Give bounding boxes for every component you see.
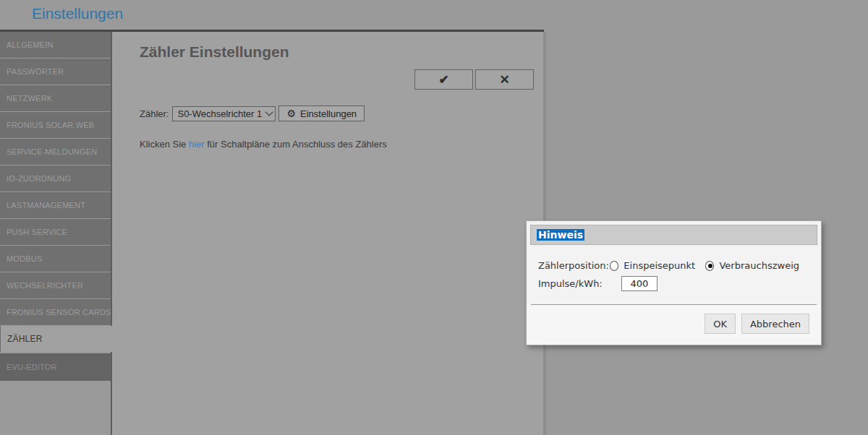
dialog-body: Zählerposition: Einspeisepunkt Verbrauch…: [527, 249, 821, 303]
meter-position-label: Zählerposition:: [538, 260, 610, 271]
sidebar-item-lastmanagement[interactable]: LASTMANAGEMENT: [0, 192, 111, 218]
page-title: Einstellungen: [32, 5, 123, 22]
sidebar-item-evu-editor[interactable]: EVU-EDITOR: [0, 353, 111, 381]
cancel-button[interactable]: ✕: [475, 69, 534, 90]
close-icon: ✕: [499, 72, 509, 87]
radio-verbrauchszweig-label: Verbrauchszweig: [719, 260, 799, 271]
action-buttons: ✔ ✕: [414, 69, 534, 90]
impulse-input[interactable]: [621, 276, 658, 291]
meter-select[interactable]: S0-Wechselrichter 1: [172, 106, 276, 121]
ok-button[interactable]: OK: [705, 314, 736, 334]
sidebar-item-io-zuordnung[interactable]: IO-ZUORDNUNG: [0, 165, 111, 191]
sidebar-item-zaehler[interactable]: ZÄHLER: [0, 326, 113, 352]
meter-label: Zähler:: [140, 108, 169, 119]
confirm-button[interactable]: ✔: [414, 69, 473, 90]
hinweis-dialog: Hinweis Zählerposition: Einspeisepunkt V…: [526, 220, 822, 345]
meter-select-row: Zähler: S0-Wechselrichter 1 ⚙ Einstellun…: [140, 105, 365, 121]
meter-settings-button[interactable]: ⚙ Einstellungen: [278, 105, 365, 121]
abbrechen-button[interactable]: Abbrechen: [741, 314, 809, 334]
hint-text-after: für Schaltpläne zum Anschluss des Zähler…: [205, 139, 387, 150]
radio-einspeisepunkt[interactable]: [610, 261, 618, 271]
sidebar-item-netzwerk[interactable]: NETZWERK: [0, 85, 111, 111]
checkmark-icon: ✔: [438, 72, 448, 87]
chevron-down-icon: [265, 108, 273, 116]
radio-verbrauchszweig[interactable]: [705, 261, 714, 271]
section-title: Zähler Einstellungen: [140, 43, 289, 61]
sidebar-item-passwoerter[interactable]: PASSWÖRTER: [0, 59, 111, 85]
sidebar-item-allgemein[interactable]: ALLGEMEIN: [0, 32, 111, 58]
gear-icon: ⚙: [286, 108, 296, 119]
radio-einspeisepunkt-label: Einspeisepunkt: [624, 260, 695, 271]
dialog-footer: OK Abbrechen: [527, 305, 821, 345]
impulse-row: Impulse/kWh:: [538, 276, 809, 291]
meter-position-row: Zählerposition: Einspeisepunkt Verbrauch…: [538, 260, 809, 271]
dialog-header[interactable]: Hinweis: [530, 225, 817, 245]
sidebar-item-modbus[interactable]: MODBUS: [0, 246, 111, 272]
meter-select-value: S0-Wechselrichter 1: [177, 108, 262, 119]
meter-settings-label: Einstellungen: [300, 108, 357, 119]
wiring-hint-text: Klicken Sie hier für Schaltpläne zum Ans…: [140, 139, 387, 150]
sidebar: ALLGEMEIN PASSWÖRTER NETZWERK FRONIUS SO…: [0, 32, 111, 382]
sidebar-item-push-service[interactable]: PUSH SERVICE: [0, 219, 111, 245]
sidebar-item-fronius-solar-web[interactable]: FRONIUS SOLAR.WEB: [0, 112, 111, 138]
hint-text-before: Klicken Sie: [140, 139, 189, 150]
content-panel: Zähler Einstellungen ✔ ✕ Zähler: S0-Wech…: [111, 32, 544, 435]
wiring-diagrams-link[interactable]: hier: [189, 139, 205, 150]
sidebar-item-service-meldungen[interactable]: SERVICE-MELDUNGEN: [0, 139, 111, 165]
dialog-title: Hinweis: [537, 229, 584, 241]
sidebar-item-fronius-sensor-cards[interactable]: FRONIUS SENSOR CARDS: [0, 299, 111, 325]
impulse-label: Impulse/kWh:: [538, 278, 621, 289]
sidebar-item-wechselrichter[interactable]: WECHSELRICHTER: [0, 272, 111, 298]
